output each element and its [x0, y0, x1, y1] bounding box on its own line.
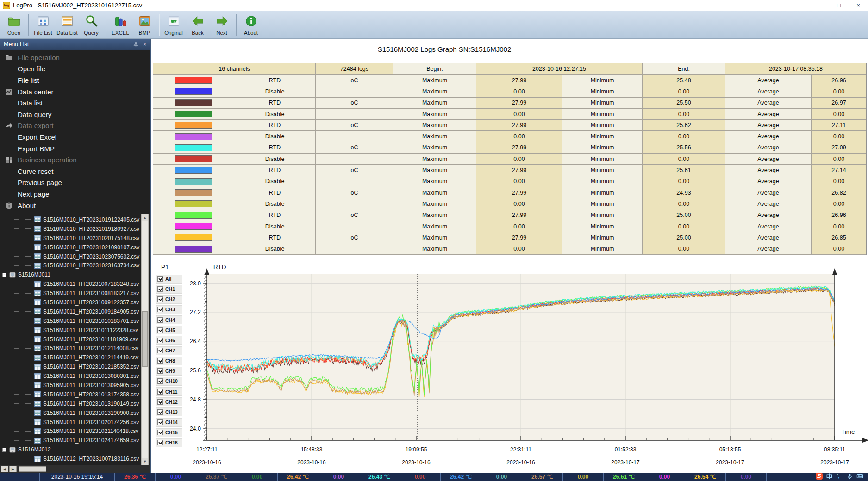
menu-item-data-list[interactable]: Data list	[0, 97, 150, 109]
channel-toggle-ch1[interactable]: CH1	[156, 285, 182, 294]
tree-file[interactable]: S1516MJ011_HT20231013174358.csv	[0, 390, 143, 399]
tree-file[interactable]: S1516MJ011_HT20231013080301.csv	[0, 371, 143, 381]
pin-icon[interactable]	[133, 42, 138, 47]
tree-file[interactable]: S1516MJ011_HT20231020174256.csv	[0, 418, 143, 427]
channel-toggle-ch11[interactable]: CH11	[156, 387, 182, 396]
checkbox-checked-icon[interactable]	[157, 358, 163, 364]
checkbox-checked-icon[interactable]	[157, 378, 163, 384]
scroll-left-icon[interactable]: ◀	[1, 466, 8, 472]
minimize-button[interactable]: —	[810, 0, 829, 11]
channel-toggle-ch13[interactable]: CH13	[156, 407, 182, 416]
checkbox-checked-icon[interactable]	[157, 286, 163, 292]
tree-file[interactable]: S1516MJ011_HT20231011122328.csv	[0, 326, 143, 335]
tree-vertical-scrollbar[interactable]: ▲ ▼	[141, 214, 149, 465]
channel-toggle-ch6[interactable]: CH6	[156, 336, 182, 345]
tree-file[interactable]: S1516MJ011_HT20231013190900.csv	[0, 408, 143, 418]
tree-file[interactable]: S1516MJ010_HT20231020175148.csv	[0, 234, 143, 243]
tree-file[interactable]: S1516MJ011_HT20231013095905.csv	[0, 381, 143, 390]
menu-item-export-excel[interactable]: Export Excel	[0, 131, 150, 143]
toolbar-button-query[interactable]: Query	[79, 12, 103, 37]
channel-toggle-ch14[interactable]: CH14	[156, 418, 182, 427]
menu-item-data-center[interactable]: Data center	[0, 86, 150, 98]
close-button[interactable]: ×	[849, 0, 868, 11]
menu-item-data-query[interactable]: Data query	[0, 109, 150, 120]
checkbox-checked-icon[interactable]	[157, 399, 163, 405]
tree-horizontal-scrollbar[interactable]: ◀ ▶	[0, 465, 150, 473]
scroll-right-icon[interactable]: ▶	[9, 466, 17, 472]
channel-toggle-ch12[interactable]: CH12	[156, 397, 182, 406]
checkbox-checked-icon[interactable]	[157, 430, 163, 435]
menu-item-previous-page[interactable]: Previous page	[0, 177, 150, 189]
scroll-down-icon[interactable]: ▼	[142, 458, 148, 465]
checkbox-checked-icon[interactable]	[157, 368, 163, 374]
ime-chinese-icon[interactable]	[826, 473, 833, 481]
tree-file[interactable]: S1516MJ011_HT20231012114419.csv	[0, 353, 143, 362]
tree-group[interactable]: −S1516MJ012	[0, 445, 143, 454]
tree-file[interactable]: S1516MJ010_HT20231021090107.csv	[0, 243, 143, 252]
tree-file[interactable]: S1516MJ010_HT20231019180927.csv	[0, 224, 143, 234]
checkbox-checked-icon[interactable]	[157, 419, 163, 425]
close-panel-icon[interactable]: ×	[143, 41, 146, 48]
tree-file[interactable]: S1516MJ012_HT20231007183116.csv	[0, 454, 143, 463]
tree-file[interactable]: S1516MJ011_HT20231009184905.csv	[0, 307, 143, 316]
scroll-up-icon[interactable]: ▲	[142, 214, 148, 221]
keyboard-icon[interactable]	[856, 473, 863, 481]
checkbox-checked-icon[interactable]	[157, 307, 163, 312]
tree-file[interactable]: S1516MJ011_HT20231009122357.csv	[0, 298, 143, 307]
tree-file[interactable]: S1516MJ011_HT20231010183701.csv	[0, 316, 143, 326]
channel-toggle-ch2[interactable]: CH2	[156, 295, 182, 304]
microphone-icon[interactable]	[846, 473, 853, 481]
menu-item-open-file[interactable]: Open file	[0, 63, 150, 75]
menu-item-next-page[interactable]: Next page	[0, 188, 150, 200]
sogou-logo-icon[interactable]	[816, 473, 823, 481]
toolbar-button-open[interactable]: Open	[2, 12, 26, 37]
toolbar-button-about[interactable]: About	[239, 12, 263, 37]
channel-toggle-ch3[interactable]: CH3	[156, 305, 182, 314]
toolbar-button-data-list[interactable]: Data List	[55, 12, 79, 37]
checkbox-checked-icon[interactable]	[157, 348, 163, 353]
checkbox-checked-icon[interactable]	[157, 409, 163, 415]
channel-toggle-ch7[interactable]: CH7	[156, 346, 182, 355]
checkbox-checked-icon[interactable]	[157, 317, 163, 323]
scrollbar-thumb[interactable]	[142, 311, 148, 367]
checkbox-checked-icon[interactable]	[157, 338, 163, 343]
scrollbar-thumb[interactable]	[19, 466, 46, 472]
tree-file[interactable]: S1516MJ010_HT20231019122405.csv	[0, 215, 143, 224]
collapse-icon[interactable]: −	[2, 273, 6, 277]
tree-file[interactable]: S1516MJ011_HT20231011181909.csv	[0, 335, 143, 344]
menu-item-curve-reset[interactable]: Curve reset	[0, 166, 150, 177]
channel-toggle-ch16[interactable]: CH16	[156, 438, 182, 447]
tree-file[interactable]: S1516MJ011_HT20231024174659.csv	[0, 436, 143, 445]
toolbar-button-excel[interactable]: EXCEL	[108, 12, 132, 37]
tree-file[interactable]: S1516MJ010_HT20231023075632.csv	[0, 252, 143, 261]
tree-file[interactable]: S1516MJ011_HT20231008183217.csv	[0, 289, 143, 298]
toolbar-button-back[interactable]: Back	[186, 12, 210, 37]
channel-toggle-all[interactable]: All	[156, 275, 182, 284]
channel-toggle-ch15[interactable]: CH15	[156, 428, 182, 437]
channel-toggle-ch10[interactable]: CH10	[156, 377, 182, 386]
tree-file[interactable]: S1516MJ011_HT20231012185352.csv	[0, 362, 143, 371]
channel-toggle-ch9[interactable]: CH9	[156, 367, 182, 376]
channel-toggle-ch8[interactable]: CH8	[156, 357, 182, 365]
punctuation-icon[interactable]: ’,	[836, 473, 843, 481]
channel-toggle-ch5[interactable]: CH5	[156, 326, 182, 334]
checkbox-checked-icon[interactable]	[157, 389, 163, 395]
tree-file[interactable]: S1516MJ011_HT20231021140418.csv	[0, 426, 143, 436]
tree-file[interactable]: S1516MJ011_HT20231007183248.csv	[0, 279, 143, 289]
checkbox-checked-icon[interactable]	[157, 327, 163, 333]
toolbar-button-next[interactable]: Next	[210, 12, 234, 37]
menu-item-about[interactable]: About	[0, 200, 150, 211]
checkbox-checked-icon[interactable]	[157, 440, 163, 445]
tree-file[interactable]: S1516MJ011_HT20231013190149.csv	[0, 399, 143, 408]
toolbar-button-file-list[interactable]: File List	[31, 12, 55, 37]
tree-file[interactable]: S1516MJ011_HT20231012114008.csv	[0, 344, 143, 353]
collapse-icon[interactable]: −	[2, 448, 6, 452]
tree-group[interactable]: −S1516MJ011	[0, 270, 143, 279]
maximize-button[interactable]: □	[829, 0, 849, 11]
menu-item-file-list[interactable]: File list	[0, 74, 150, 86]
toolbar-button-bmp[interactable]: BMP	[132, 12, 156, 37]
toolbar-button-original[interactable]: Original	[162, 12, 186, 37]
channel-toggle-ch4[interactable]: CH4	[156, 315, 182, 324]
checkbox-checked-icon[interactable]	[157, 296, 163, 302]
checkbox-checked-icon[interactable]	[157, 276, 163, 282]
